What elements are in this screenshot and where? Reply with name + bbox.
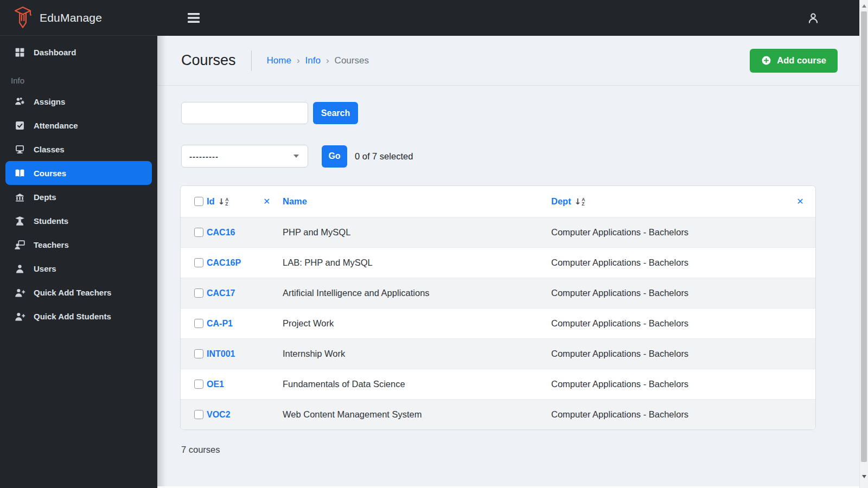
person-plus-icon bbox=[14, 311, 25, 322]
course-name: Artificial Intelligence and Applications bbox=[283, 288, 430, 298]
course-name: Fundamentals of Data Science bbox=[283, 379, 405, 389]
sidebar-item-students[interactable]: Students bbox=[0, 209, 157, 233]
course-dept: Computer Applications - Bachelors bbox=[551, 288, 688, 298]
page-header: Courses Home › Info › Courses Add course bbox=[157, 36, 859, 86]
page-title: Courses bbox=[181, 52, 236, 69]
clear-sort-icon[interactable]: ✕ bbox=[263, 197, 270, 206]
add-course-label: Add course bbox=[777, 55, 826, 66]
course-dept: Computer Applications - Bachelors bbox=[551, 349, 688, 359]
chevron-down-icon bbox=[293, 155, 299, 158]
course-name: Project Work bbox=[283, 318, 334, 329]
breadcrumb-separator: › bbox=[297, 55, 300, 66]
sidebar-item-depts[interactable]: Depts bbox=[0, 185, 157, 209]
select-all-checkbox[interactable] bbox=[194, 197, 203, 206]
sidebar-item-label: Quick Add Teachers bbox=[34, 288, 111, 297]
go-button[interactable]: Go bbox=[322, 145, 347, 168]
search-toolbar: Search bbox=[157, 102, 859, 124]
breadcrumb-home-link[interactable]: Home bbox=[267, 55, 291, 66]
brand-logo-row[interactable]: EduManage bbox=[0, 0, 157, 36]
table-row: VOC2 Web Content Management System Compu… bbox=[181, 399, 815, 429]
course-dept: Computer Applications - Bachelors bbox=[551, 258, 688, 268]
table-row: INT001 Internship Work Computer Applicat… bbox=[181, 338, 815, 369]
sidebar-item-quick-add-students[interactable]: Quick Add Students bbox=[0, 304, 157, 328]
course-id-link[interactable]: CAC16P bbox=[207, 258, 241, 268]
course-name: PHP and MySQL bbox=[283, 227, 350, 237]
row-checkbox[interactable] bbox=[194, 410, 203, 419]
sidebar-item-users[interactable]: Users bbox=[0, 256, 157, 280]
teacher-board-icon bbox=[14, 239, 25, 251]
table-row: CAC16 PHP and MySQL Computer Application… bbox=[181, 217, 815, 247]
action-toolbar: --------- Go 0 of 7 selected bbox=[157, 145, 859, 168]
sidebar-item-classes[interactable]: Classes bbox=[0, 137, 157, 161]
clear-sort-icon[interactable]: ✕ bbox=[796, 197, 803, 206]
breadcrumb-separator: › bbox=[326, 55, 329, 66]
sidebar-item-label: Classes bbox=[34, 145, 65, 154]
row-checkbox[interactable] bbox=[194, 380, 203, 389]
sidebar-item-dashboard[interactable]: Dashboard bbox=[0, 40, 157, 64]
person-plus-icon bbox=[14, 287, 25, 298]
column-header-dept[interactable]: Dept bbox=[551, 196, 571, 207]
course-name: LAB: PHP and MySQL bbox=[283, 258, 373, 268]
course-dept: Computer Applications - Bachelors bbox=[551, 318, 688, 329]
course-name: Web Content Management System bbox=[283, 409, 422, 420]
sidebar-item-label: Attendance bbox=[34, 121, 78, 130]
sidebar-item-attendance[interactable]: Attendance bbox=[0, 113, 157, 137]
scrollbar-thumb[interactable] bbox=[861, 11, 867, 462]
scroll-down-arrow[interactable] bbox=[860, 473, 868, 480]
sidebar-item-label: Dashboard bbox=[34, 48, 76, 57]
open-book-icon bbox=[14, 168, 25, 179]
course-dept: Computer Applications - Bachelors bbox=[551, 379, 688, 389]
row-checkbox[interactable] bbox=[194, 228, 203, 237]
table-row: OE1 Fundamentals of Data Science Compute… bbox=[181, 369, 815, 399]
brand-name: EduManage bbox=[40, 11, 102, 24]
column-header-name[interactable]: Name bbox=[283, 196, 307, 207]
sidebar-item-teachers[interactable]: Teachers bbox=[0, 233, 157, 256]
sort-icon: ↓ AZ bbox=[218, 197, 229, 207]
course-name: Internship Work bbox=[283, 349, 345, 359]
table-row: CA-P1 Project Work Computer Applications… bbox=[181, 308, 815, 338]
row-checkbox[interactable] bbox=[194, 258, 203, 267]
breadcrumb: Home › Info › Courses bbox=[267, 55, 369, 66]
courses-table: Id ↓ AZ ✕ Name Dept ↓ AZ ✕ CAC16 PHP and… bbox=[180, 185, 816, 430]
sidebar-item-quick-add-teachers[interactable]: Quick Add Teachers bbox=[0, 280, 157, 304]
sidebar-item-label: Depts bbox=[34, 192, 56, 202]
hamburger-menu-icon[interactable] bbox=[188, 13, 200, 23]
course-id-link[interactable]: INT001 bbox=[207, 349, 235, 359]
column-header-id[interactable]: Id bbox=[207, 196, 215, 207]
row-checkbox[interactable] bbox=[194, 288, 203, 298]
row-checkbox[interactable] bbox=[194, 349, 203, 358]
breadcrumb-info-link[interactable]: Info bbox=[305, 55, 321, 66]
scroll-up-arrow[interactable] bbox=[860, 2, 868, 10]
building-icon bbox=[14, 191, 25, 203]
course-id-link[interactable]: CAC17 bbox=[207, 288, 235, 298]
main-content: Courses Home › Info › Courses Add course… bbox=[157, 36, 859, 488]
course-id-link[interactable]: OE1 bbox=[207, 380, 224, 389]
sidebar-item-courses[interactable]: Courses bbox=[5, 161, 152, 185]
course-id-link[interactable]: CA-P1 bbox=[207, 319, 233, 329]
sidebar-item-label: Quick Add Students bbox=[34, 312, 111, 321]
table-row: CAC16P LAB: PHP and MySQL Computer Appli… bbox=[181, 247, 815, 278]
action-select[interactable]: --------- bbox=[181, 145, 308, 168]
sidebar-item-label: Assigns bbox=[34, 97, 65, 106]
sort-icon: ↓ AZ bbox=[575, 197, 585, 207]
sidebar-item-assigns[interactable]: Assigns bbox=[0, 89, 157, 113]
check-square-icon bbox=[14, 120, 25, 131]
search-input[interactable] bbox=[181, 102, 308, 124]
course-dept: Computer Applications - Bachelors bbox=[551, 227, 688, 237]
plus-circle-icon bbox=[761, 55, 771, 66]
topbar bbox=[157, 0, 859, 36]
search-button[interactable]: Search bbox=[313, 102, 358, 124]
add-course-button[interactable]: Add course bbox=[750, 49, 838, 73]
sidebar-section-info: Info bbox=[0, 64, 157, 89]
row-checkbox[interactable] bbox=[194, 319, 203, 328]
vertical-scrollbar[interactable] bbox=[859, 0, 868, 488]
course-id-link[interactable]: VOC2 bbox=[207, 410, 231, 420]
user-account-icon[interactable] bbox=[806, 11, 820, 25]
sidebar-item-label: Users bbox=[34, 264, 56, 273]
users-gear-icon bbox=[14, 96, 25, 107]
sidebar-item-label: Teachers bbox=[34, 240, 69, 249]
grid-icon bbox=[14, 47, 25, 58]
course-id-link[interactable]: CAC16 bbox=[207, 228, 235, 237]
sidebar-nav: Dashboard Info Assigns Attendance Classe… bbox=[0, 36, 157, 328]
laptop-icon bbox=[14, 144, 25, 155]
